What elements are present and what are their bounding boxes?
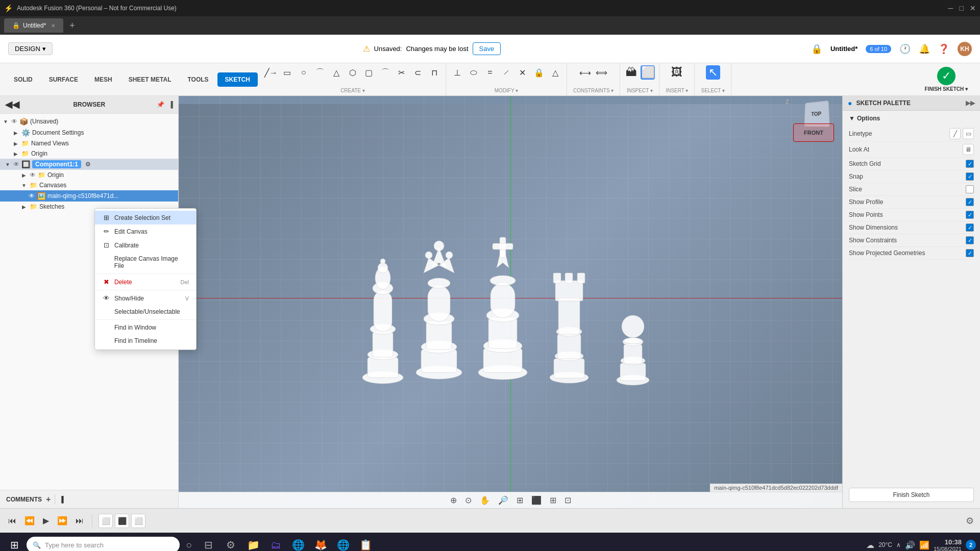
zoom-select-icon[interactable]: ⊞: [517, 495, 523, 505]
insert-label[interactable]: INSERT ▾: [664, 88, 690, 93]
taskbar-time[interactable]: 10:38 15/08/2021: [934, 538, 962, 552]
minimize-button[interactable]: ─: [948, 4, 953, 12]
timeline-skip-forward[interactable]: ⏭: [74, 514, 86, 528]
chevron-icon[interactable]: ∧: [896, 541, 901, 548]
rect-tool[interactable]: ▭: [280, 65, 295, 80]
ctx-delete[interactable]: ✖ Delete Del: [95, 275, 196, 289]
modify-label[interactable]: MODIFY ▾: [493, 88, 520, 93]
environment-icon[interactable]: ⊡: [565, 495, 571, 505]
component-settings-icon[interactable]: ⚙: [85, 161, 91, 168]
expand-icon-unsaved[interactable]: ▼: [2, 119, 9, 124]
taskbar-app-firefox[interactable]: 🦊: [310, 535, 331, 551]
ctx-find-timeline[interactable]: Find in Timeline: [95, 334, 196, 347]
browser-pin-icon[interactable]: 📌: [157, 101, 164, 108]
tab-surface[interactable]: SURFACE: [41, 72, 86, 87]
timeline-settings-icon[interactable]: ⚙: [966, 515, 974, 527]
eye-icon-comp1[interactable]: 👁: [13, 161, 19, 168]
expand-icon-doc[interactable]: ▶: [12, 130, 19, 136]
expand-icon-origin-comp[interactable]: ▶: [20, 172, 28, 178]
show-constraints-checkbox[interactable]: ✓: [966, 236, 974, 244]
tree-item-origin-top[interactable]: ▶ 📁 Origin: [0, 148, 178, 159]
ctx-create-selection-set[interactable]: ⊞ Create Selection Set: [95, 211, 196, 224]
ctx-show-hide[interactable]: 👁 Show/Hide V: [95, 291, 196, 305]
finish-sketch-bottom-button[interactable]: Finish Sketch: [849, 488, 974, 502]
tab-add-button[interactable]: +: [69, 20, 75, 31]
taskbar-app-archive[interactable]: 🗂: [265, 535, 286, 551]
dimv-tool[interactable]: ⟺: [595, 65, 609, 80]
pan-icon[interactable]: ✋: [480, 495, 490, 505]
taskbar-app-fusion[interactable]: 📋: [355, 535, 376, 551]
timeline-play[interactable]: ▶: [41, 514, 51, 528]
tl-icon2[interactable]: ⬛: [115, 514, 129, 528]
triangle-tool[interactable]: △: [329, 65, 344, 80]
taskbar-app-settings[interactable]: ⚙: [220, 535, 241, 551]
tl-icon3[interactable]: ⬜: [131, 514, 145, 528]
taskbar-app-edge[interactable]: 🌐: [288, 535, 308, 551]
ctx-find-window[interactable]: Find in Window: [95, 321, 196, 334]
maximize-button[interactable]: □: [960, 4, 964, 12]
slice-checkbox[interactable]: [966, 185, 974, 193]
close-button[interactable]: ✕: [970, 4, 976, 12]
zoom-icon[interactable]: 🔎: [498, 495, 508, 505]
timeline-skip-back[interactable]: ⏮: [6, 514, 18, 528]
volume-icon[interactable]: 🔊: [905, 540, 915, 550]
sketch-grid-checkbox[interactable]: ✓: [966, 160, 974, 168]
create-label[interactable]: CREATE ▾: [338, 88, 367, 93]
timeline-back[interactable]: ⏪: [22, 514, 37, 528]
tree-item-component1[interactable]: ▼ 👁 🔲 Component1:1 ⚙: [0, 159, 178, 170]
cube-front-face[interactable]: FRONT: [793, 123, 834, 142]
orbit-icon[interactable]: ⊕: [450, 495, 457, 505]
options-arrow[interactable]: ▼: [849, 115, 855, 122]
taskbar-search[interactable]: 🔍 Type here to search: [27, 537, 180, 551]
show-projected-checkbox[interactable]: ✓: [966, 249, 974, 257]
design-button[interactable]: DESIGN ▾: [8, 42, 53, 55]
expand-icon-canvases[interactable]: ▼: [20, 183, 28, 188]
expand-icon-sketches[interactable]: ▶: [20, 204, 28, 210]
inspect-icon2[interactable]: ⬜: [641, 65, 655, 80]
expand-icon-named[interactable]: ▶: [12, 141, 19, 146]
comment-collapse-icon[interactable]: ▐: [59, 496, 64, 503]
taskbar-app-explorer[interactable]: 📁: [243, 535, 263, 551]
bell-icon[interactable]: 🔔: [919, 43, 930, 55]
eye-icon-canvas[interactable]: 👁: [29, 192, 35, 199]
mod1-tool[interactable]: ⊥: [450, 65, 464, 80]
inspect-label[interactable]: INSPECT ▾: [625, 88, 655, 93]
viewport[interactable]: Z TOP FRONT main-qimg-c510f8e471dcd5d82e…: [179, 96, 842, 508]
browser-collapse-icon[interactable]: ▐: [168, 101, 173, 108]
show-points-checkbox[interactable]: ✓: [966, 211, 974, 219]
arc-tool[interactable]: ⌒: [313, 65, 327, 80]
avatar[interactable]: KH: [958, 42, 972, 56]
cortana-button[interactable]: ○: [186, 539, 192, 551]
finish-sketch-button[interactable]: ✓ FINISH SKETCH ▾: [921, 65, 972, 94]
network-icon[interactable]: 📶: [919, 540, 929, 550]
rect2-tool[interactable]: ▢: [362, 65, 376, 80]
scissors-tool[interactable]: ✂: [395, 65, 409, 80]
grid-icon[interactable]: ⊞: [550, 495, 556, 505]
taskbar-app-store[interactable]: ⊟: [198, 535, 218, 551]
clock-icon[interactable]: 🕐: [899, 43, 911, 55]
offset-tool[interactable]: ⊂: [411, 65, 425, 80]
select-icon[interactable]: ↖: [706, 65, 720, 80]
ctx-selectable[interactable]: Selectable/Unselectable: [95, 305, 196, 318]
inspect-icon1[interactable]: 🏔: [624, 65, 639, 80]
tri-tool[interactable]: △: [548, 65, 562, 80]
slash-tool[interactable]: ⟋: [499, 65, 513, 80]
tab-solid[interactable]: SOLID: [6, 72, 40, 87]
tab-sheet-metal[interactable]: SHEET METAL: [121, 72, 179, 87]
browser-arrows-icon[interactable]: ◀◀: [5, 99, 19, 110]
tab-tools[interactable]: TOOLS: [180, 72, 216, 87]
ctx-calibrate[interactable]: ⊡ Calibrate: [95, 238, 196, 252]
snap-checkbox[interactable]: ✓: [966, 172, 974, 181]
timeline-forward[interactable]: ⏩: [55, 514, 69, 528]
tab-untitled[interactable]: 🔒 Untitled* ✕: [4, 18, 63, 33]
tab-close-button[interactable]: ✕: [51, 23, 55, 29]
insert-icon[interactable]: 🖼: [670, 65, 684, 80]
tl-icon1[interactable]: ⬜: [99, 514, 113, 528]
show-profile-checkbox[interactable]: ✓: [966, 198, 974, 206]
notification-badge[interactable]: 2: [966, 540, 976, 550]
tab-sketch[interactable]: SKETCH: [217, 72, 258, 87]
tree-item-canvas-image[interactable]: 👁 🖼️ main-qimg-c510f8e471d...: [0, 190, 178, 202]
display-mode-icon[interactable]: ⬛: [531, 495, 542, 505]
tree-item-unsaved[interactable]: ▼ 👁 📦 (Unsaved): [0, 116, 178, 127]
help-icon[interactable]: ❓: [938, 43, 949, 55]
